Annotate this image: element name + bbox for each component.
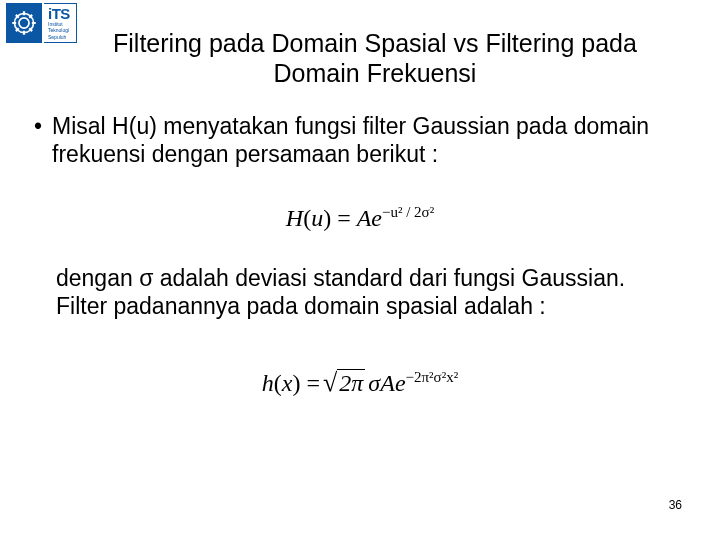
page-title: Filtering pada Domain Spasial vs Filteri… (70, 28, 680, 88)
bullet-item: • Misal H(u) menyatakan fungsi filter Ga… (34, 112, 672, 168)
bullet-marker: • (34, 112, 42, 140)
paragraph-1: Misal H(u) menyatakan fungsi filter Gaus… (52, 112, 672, 168)
formula2-lhs: h (262, 370, 274, 396)
formula1-arg: u (311, 205, 323, 231)
logo-its-label: iTS (48, 6, 70, 21)
formula2-e: e (395, 370, 406, 396)
gear-icon (6, 3, 42, 43)
sqrt-icon: √2π (323, 368, 365, 398)
formula1-lhs: H (286, 205, 303, 231)
formula2-A: A (380, 370, 395, 396)
formula2-arg: x (282, 370, 293, 396)
svg-point-0 (19, 18, 29, 28)
formula2-sqrt-in: 2π (337, 369, 365, 397)
formula2-exp: −2π²σ²x² (406, 369, 459, 385)
its-logo: iTS Institut Teknologi Sepuluh (6, 3, 77, 43)
formula2-lparen: ( (274, 370, 282, 396)
formula2-eq: = (301, 370, 321, 396)
formula2-rparen: ) (293, 370, 301, 396)
page-number: 36 (669, 498, 682, 512)
formula1-exp: −u² / 2σ² (382, 204, 434, 220)
formula1-eq: = (331, 205, 357, 231)
formula2-sigma: σ (368, 370, 380, 396)
formula1-A: A (357, 205, 372, 231)
formula1-rparen: ) (323, 205, 331, 231)
formula1-lparen: ( (303, 205, 311, 231)
logo-subline-3: Sepuluh (48, 35, 70, 41)
formula-h-u: H(u) = Ae−u² / 2σ² (0, 204, 720, 232)
formula1-e: e (371, 205, 382, 231)
formula-h-x: h(x) = √2π σAe−2π²σ²x² (0, 368, 720, 398)
logo-subline-2: Teknologi (48, 28, 70, 34)
paragraph-2: dengan σ adalah deviasi standard dari fu… (56, 264, 672, 320)
